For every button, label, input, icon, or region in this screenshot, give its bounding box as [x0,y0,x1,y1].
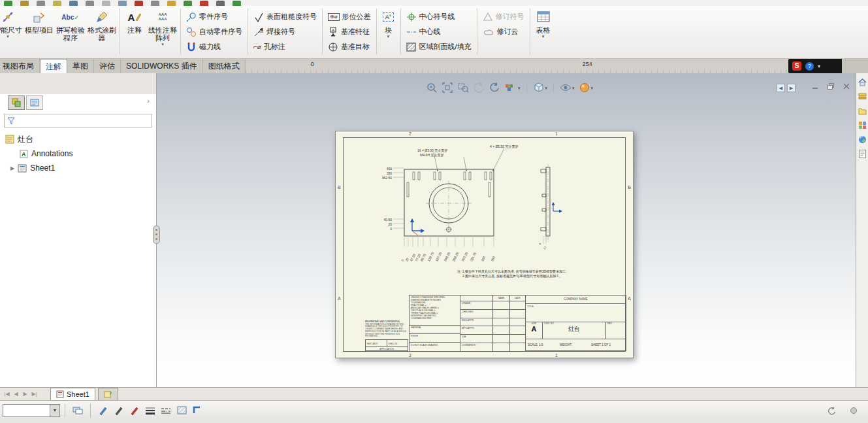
status-options-icon[interactable] [846,403,861,418]
view-orientation-icon[interactable]: ▾ [533,82,548,93]
centerline-button[interactable]: 中心线 [403,24,475,39]
geometric-tolerance-button[interactable]: ⊕⌀形位公差 [325,9,374,24]
graphics-area[interactable]: ▾ ▾ ▾ ▾ ◀ ▶ 2 1 2 1 B A B A [157,73,856,387]
resources-home-button[interactable] [857,76,868,88]
line-style-button[interactable] [158,403,174,418]
tab-evaluate[interactable]: 评估 [94,59,121,73]
prev-sheet-icon[interactable]: ◀ [12,391,20,397]
tab-display-pane[interactable] [26,95,43,110]
qat-icon[interactable] [69,1,78,6]
revision-cloud-button[interactable]: 修订云 [479,24,528,39]
qat-icon[interactable] [184,1,192,6]
first-sheet-icon[interactable]: |◀ [3,391,11,397]
hide-show-items-icon[interactable]: ▾ [560,83,575,92]
qat-icon[interactable] [151,1,159,6]
model-items-button[interactable]: 模型项目 [24,8,55,34]
tab-solidworks-addins[interactable]: SOLIDWORKS 插件 [121,59,203,73]
chevron-down-icon[interactable]: ▼ [50,405,59,416]
qat-icon[interactable] [4,1,12,6]
tab-sketch[interactable]: 草图 [67,59,94,73]
magnetic-line-button[interactable]: 磁力线 [183,39,246,54]
layer-properties-button[interactable] [70,403,86,418]
hole-callout-button[interactable]: ⌐⌀孔标注 [250,39,320,54]
rebuild-status-icon[interactable] [824,403,839,418]
appearance-icon[interactable]: ▾ [579,82,594,93]
tree-item-annotations[interactable]: A Annotations [0,146,156,161]
auto-balloon-button[interactable]: 自动零件序号 [183,24,246,39]
qat-icon[interactable] [86,1,94,6]
hole-callout-text[interactable]: 16 × Ø3.30 完全贯穿 [417,148,447,152]
qat-icon[interactable] [20,1,29,6]
last-sheet-icon[interactable]: ▶| [30,391,39,397]
back-arrow-icon[interactable]: ◀ [777,84,785,92]
collapse-panel-icon[interactable]: › [147,97,150,105]
expand-arrow-icon[interactable]: ▶ [0,165,14,171]
dim-label[interactable]: 40.50 [366,218,392,222]
sheet1-tab[interactable]: Sheet1 [50,388,95,400]
zoom-in-out-icon[interactable] [426,82,438,93]
file-explorer-button[interactable] [857,105,868,116]
ime-icon[interactable]: S [792,61,801,71]
weld-symbol-button[interactable]: 焊接符号 [250,24,320,39]
qat-icon[interactable] [135,1,143,6]
qat-icon[interactable] [167,1,176,6]
drawing-sheet[interactable]: 2 1 2 1 B A B A [335,131,634,358]
balloon-button[interactable]: 零件序号 [183,9,246,24]
close-icon[interactable] [843,82,850,90]
area-hatch-button[interactable]: 区域剖面线/填充 [403,39,475,54]
help-icon[interactable]: ? [805,62,814,71]
surface-finish-button[interactable]: 表面粗糙度符号 [250,9,320,24]
tab-annotation[interactable]: 注解 [40,59,67,73]
previous-view-icon[interactable] [473,82,485,93]
chevron-down-icon[interactable]: ▾ [518,86,521,90]
qat-icon[interactable] [233,1,241,6]
line-thickness-button[interactable] [142,403,158,418]
design-library-button[interactable] [857,90,868,102]
qat-icon[interactable] [53,1,61,6]
datum-target-button[interactable]: 基准目标 [325,39,374,54]
erase-color-button[interactable] [127,403,142,418]
next-sheet-icon[interactable]: ▶ [21,391,29,397]
drawing-notes[interactable]: 注: 1.钣金件下料及孔位尺寸以本图为准, 折弯倒角细节参照3D模型要求加工; … [457,269,567,279]
edge-color-button[interactable] [111,403,127,418]
chevron-down-icon[interactable]: ▾ [0,34,24,39]
qat-icon[interactable] [118,1,127,6]
tree-item-sheet1[interactable]: ▶ Sheet1 [0,161,156,175]
tab-feature-tree[interactable] [8,95,25,110]
tree-item-root[interactable]: 灶台 [0,132,156,146]
dim-label[interactable]: 380 [366,171,392,175]
qat-icon[interactable] [216,1,225,6]
chevron-down-icon[interactable]: ▾ [818,63,820,69]
qat-icon[interactable] [102,1,110,6]
title-block[interactable]: UNLESS OTHERWISE SPECIFIED: DIMENSIONS A… [409,295,626,351]
restore-icon[interactable] [827,82,835,90]
linear-note-pattern-button[interactable]: AAAAAA 线性注释阵列 ▾ [147,8,178,46]
dim-label[interactable]: 0 [366,227,392,231]
view-palette-button[interactable] [857,119,868,131]
hole-callout-text[interactable]: M4-6H 完全贯穿 [420,153,443,157]
center-mark-button[interactable]: 中心符号线 [403,9,475,24]
dim-label[interactable]: 400 [366,167,392,171]
qat-icon[interactable] [37,1,45,6]
hole-callout-text[interactable]: 4 × Ø5.50 完全贯穿 [490,144,519,148]
custom-properties-button[interactable] [857,148,868,160]
panel-splitter-handle[interactable] [153,226,160,244]
chevron-down-icon[interactable]: ▾ [147,42,178,46]
format-painter-button[interactable]: 格式涂刷器 [86,8,118,42]
forward-arrow-icon[interactable]: ▶ [787,84,796,92]
tab-sheet-format[interactable]: 图纸格式 [203,59,246,73]
tab-view-layout[interactable]: 视图布局 [0,59,40,73]
dim-label[interactable]: 20 [366,222,392,226]
chevron-down-icon[interactable]: ▾ [545,86,548,90]
line-color-button[interactable] [95,403,111,418]
chevron-down-icon[interactable]: ▾ [379,34,398,39]
display-settings-icon[interactable]: ▾ [504,82,521,93]
dim-label[interactable]: 362.50 [366,176,392,180]
appearances-scenes-button[interactable] [857,133,868,145]
spell-checker-button[interactable]: Abc✓ 拼写检验程序 [55,8,86,42]
zoom-to-fit-icon[interactable] [442,82,453,93]
chevron-down-icon[interactable]: ▾ [591,86,594,90]
qat-icon[interactable] [200,1,208,6]
chevron-down-icon[interactable]: ▾ [532,34,555,39]
hide-edge-button[interactable] [174,403,189,418]
